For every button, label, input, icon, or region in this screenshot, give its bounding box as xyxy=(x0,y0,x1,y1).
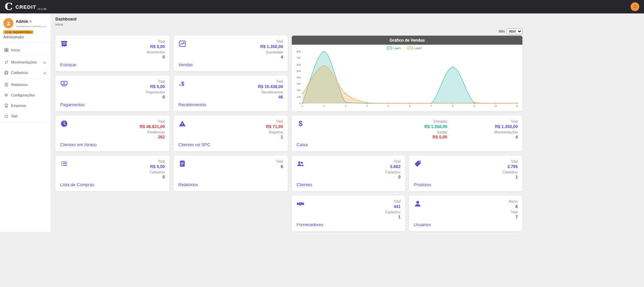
stat-value: 6 xyxy=(509,204,518,209)
stat-label: Recebimentos xyxy=(258,90,283,95)
stat-value: R$ 10.438,00 xyxy=(258,84,283,89)
card-title[interactable]: Relatórios xyxy=(178,182,198,187)
card-title[interactable]: Pagamentos xyxy=(60,102,85,107)
stat-value: 5.662 xyxy=(385,164,401,169)
card-title[interactable]: Produtos xyxy=(414,182,431,187)
card-clientes-em-atraso[interactable]: Clientes em Atraso Total R$ 48.831,00 Pe… xyxy=(55,116,170,151)
stat-label: Pendências xyxy=(140,130,165,135)
sidebar-item-configuracoes[interactable]: ⚙ Configurações xyxy=(0,90,51,100)
card-clientes-no-spc[interactable]: Clientes no SPC Total R$ 71,00 Registros… xyxy=(174,116,288,151)
card-title[interactable]: Clientes em Atraso xyxy=(60,142,97,147)
card-fornecedores[interactable]: Fornecedores Total 441 Cadastros 1 xyxy=(292,196,405,231)
svg-text:500: 500 xyxy=(296,70,301,73)
stat-label: Total xyxy=(502,160,518,164)
sidebar-item-relatorios[interactable]: Relatórios xyxy=(0,79,51,90)
sidebar: Admin✎ credit@anronsoftware.co... LOJA T… xyxy=(0,13,51,232)
svg-text:10: 10 xyxy=(494,105,497,108)
card-title[interactable]: Clientes xyxy=(296,182,312,187)
card-usuarios[interactable]: Usuários Ativos 6 Total 7 xyxy=(409,196,522,231)
stat-label: Total xyxy=(147,40,165,44)
card-title[interactable]: Recebimentos xyxy=(178,102,206,107)
stat-label: Quantidade xyxy=(260,50,283,55)
svg-text:4: 4 xyxy=(366,105,368,108)
grid-icon xyxy=(4,48,8,52)
svg-text:Loja01: Loja01 xyxy=(394,47,401,50)
card-title[interactable]: Caixa xyxy=(296,142,308,147)
sales-line-chart: 01002003004005006007008001234567891011Lo… xyxy=(292,45,522,109)
card-estoque[interactable]: Estoque Total R$ 0,00 Movimentos 0 xyxy=(55,36,170,71)
stat-value: R$ 1.350,00 xyxy=(260,44,283,49)
card-lista-de-compras[interactable]: Lista de Compras Total R$ 0,00 Cadastros… xyxy=(55,156,170,191)
gear-icon: ⚙ xyxy=(4,93,8,97)
month-filter-label: Mês xyxy=(499,30,505,33)
sales-chart-card: Gráfico de Vendas 0100200300400500600700… xyxy=(292,36,522,111)
card-title[interactable]: Lista de Compras xyxy=(60,182,94,187)
stat-value: 7 xyxy=(509,214,518,220)
svg-text:6: 6 xyxy=(409,105,410,108)
stat-value: 1 xyxy=(385,214,401,220)
app-version: v0.1.88 xyxy=(38,7,46,10)
archive-icon xyxy=(60,40,68,48)
card-title[interactable]: Usuários xyxy=(414,222,431,227)
month-select[interactable]: Abril xyxy=(507,29,522,34)
card-clientes[interactable]: Clientes Total 5.662 Cadastros 0 xyxy=(292,156,405,191)
user-avatar-button[interactable] xyxy=(631,2,639,11)
stat-value: 0 xyxy=(147,54,165,60)
sidebar-item-cadastros[interactable]: Cadastros xyxy=(0,67,51,78)
svg-text:700: 700 xyxy=(296,56,301,59)
card-recebimentos[interactable]: $ Recebimentos Total R$ 10.438,00 Recebi… xyxy=(174,76,288,111)
copy-icon xyxy=(4,70,8,75)
stat-value: 0 xyxy=(385,174,401,180)
svg-text:800: 800 xyxy=(296,50,301,53)
chevron-down-icon xyxy=(43,71,46,74)
svg-text:400: 400 xyxy=(296,76,301,79)
money-bill-icon xyxy=(60,80,68,88)
svg-text:3: 3 xyxy=(345,105,346,108)
card-relatorios[interactable]: Relatórios Total 6 xyxy=(174,156,288,191)
dollar-receive-icon: $ xyxy=(178,80,186,88)
stat-label: Total xyxy=(276,160,283,164)
sidebar-item-movimentacoes[interactable]: Movimentações xyxy=(0,57,51,67)
stat-value: R$ 48.831,00 xyxy=(140,124,165,129)
sidebar-item-inicio[interactable]: Início xyxy=(0,45,51,55)
stat-value: 441 xyxy=(385,204,401,209)
card-produtos[interactable]: Produtos Total 3.795 Cadastros 1 xyxy=(409,156,522,191)
chart-line-icon xyxy=(178,40,186,48)
stat-label: Cadastros xyxy=(502,170,518,175)
card-pagamentos[interactable]: Pagamentos Total R$ 0,00 Pagamentos 0 xyxy=(55,76,170,111)
svg-text:8: 8 xyxy=(452,105,453,108)
card-vendas[interactable]: Vendas Total R$ 1.350,00 Quantidade 4 xyxy=(174,36,288,71)
edit-pencil-icon[interactable]: ✎ xyxy=(29,20,32,24)
svg-text:$: $ xyxy=(298,120,303,128)
sidebar-item-empresa[interactable]: Empresa xyxy=(0,100,51,111)
stat-label: Total xyxy=(494,120,518,124)
stat-value: R$ 1.350,00 xyxy=(424,124,447,129)
svg-text:2: 2 xyxy=(323,105,325,108)
stat-value: 0 xyxy=(149,174,165,180)
topbar: C CREDIT v0.1.88 xyxy=(0,0,644,13)
app-logo: C xyxy=(5,2,13,12)
sidebar-item-label: Configurações xyxy=(11,93,35,97)
stat-label: Pagamentos xyxy=(146,90,165,95)
stat-label: Cadastros xyxy=(385,170,401,175)
stat-label: Cadastros xyxy=(149,170,165,175)
user-role: Administrador xyxy=(3,35,47,39)
person-icon xyxy=(6,20,11,26)
card-title[interactable]: Fornecedores xyxy=(296,222,323,227)
store-badge: LOJA TAQUARITINGA xyxy=(3,30,33,34)
stat-label: Total xyxy=(260,40,283,44)
card-title[interactable]: Clientes no SPC xyxy=(178,142,210,147)
card-title[interactable]: Estoque xyxy=(60,62,76,67)
sidebar-item-label: Empresa xyxy=(11,104,26,108)
stat-label: Total xyxy=(146,80,165,84)
stat-label: Total xyxy=(385,160,401,164)
card-caixa[interactable]: $ Caixa Entradas R$ 1.350,00 Saídas R$ 0… xyxy=(292,116,522,151)
sidebar-item-label: Relatórios xyxy=(11,83,28,87)
stat-label: Movimentações xyxy=(494,130,518,135)
sidebar-item-sair[interactable]: Sair xyxy=(0,111,51,121)
svg-text:1: 1 xyxy=(302,105,303,108)
stat-value: 46 xyxy=(258,94,283,100)
card-title[interactable]: Vendas xyxy=(178,62,193,67)
stat-label: Total xyxy=(149,160,165,164)
stat-label: Ativos xyxy=(509,200,518,204)
